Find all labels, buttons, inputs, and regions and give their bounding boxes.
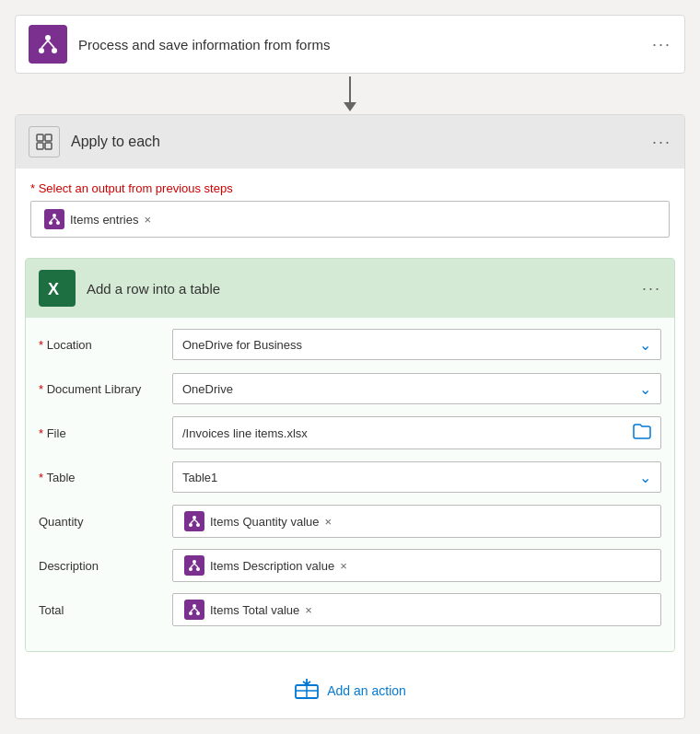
svg-line-3	[41, 41, 48, 48]
file-folder-icon	[633, 423, 651, 443]
arrow-connector	[15, 74, 685, 114]
add-action-label: Add an action	[327, 683, 406, 698]
svg-line-19	[194, 519, 198, 523]
trigger-dots-menu[interactable]: ···	[652, 35, 671, 54]
table-dropdown-arrow: ⌄	[639, 469, 651, 486]
field-row-total: Total Items Total value	[39, 592, 661, 627]
total-chip-icon	[184, 600, 204, 620]
svg-rect-7	[37, 143, 43, 149]
svg-point-17	[196, 523, 200, 527]
apply-to-each-card: Apply to each ··· * Select an output fro…	[15, 114, 685, 719]
select-output-section: * Select an output from previous steps I…	[16, 169, 684, 249]
file-value: /Invoices line items.xlsx	[182, 426, 633, 440]
quantity-chip-remove[interactable]: ×	[325, 515, 332, 529]
quantity-chip: Items Quantity value ×	[181, 509, 335, 533]
svg-line-23	[191, 564, 194, 567]
add-action-button[interactable]: Add an action	[294, 678, 406, 704]
svg-point-27	[196, 612, 200, 615]
svg-point-25	[192, 604, 196, 608]
field-input-file[interactable]: /Invoices line items.xlsx	[172, 416, 661, 449]
field-input-description[interactable]: Items Description value ×	[172, 549, 661, 582]
chip-remove[interactable]: ×	[144, 213, 151, 227]
total-chip: Items Total value ×	[181, 598, 316, 622]
description-chip-remove[interactable]: ×	[340, 559, 347, 573]
field-label-total: Total	[39, 603, 172, 617]
apply-to-each-dots[interactable]: ···	[652, 133, 671, 152]
chip-text: Items entries	[70, 213, 138, 227]
svg-text:X: X	[48, 280, 59, 298]
excel-icon: X	[39, 270, 76, 307]
svg-point-9	[52, 214, 56, 217]
field-row-description: Description Items Descripti	[39, 548, 661, 583]
svg-line-12	[51, 217, 54, 221]
field-input-location[interactable]: OneDrive for Business ⌄	[172, 329, 661, 360]
field-label-document-library: * Document Library	[39, 382, 172, 396]
field-label-description: Description	[39, 559, 172, 573]
apply-to-each-title: Apply to each	[71, 134, 652, 150]
svg-point-22	[196, 567, 200, 571]
svg-point-10	[49, 221, 52, 225]
chip-icon	[44, 209, 64, 229]
location-value: OneDrive for Business	[182, 338, 639, 352]
document-library-dropdown-arrow: ⌄	[639, 380, 651, 398]
svg-rect-6	[45, 134, 52, 141]
field-input-table[interactable]: Table1 ⌄	[172, 461, 661, 493]
action-card: X Add a row into a table ··· * Location …	[25, 258, 675, 652]
add-action-icon	[294, 678, 320, 704]
trigger-card: Process and save information from forms …	[15, 15, 685, 74]
field-input-quantity[interactable]: Items Quantity value ×	[172, 505, 661, 538]
svg-point-15	[192, 516, 196, 519]
trigger-icon	[29, 25, 67, 64]
action-dots[interactable]: ···	[642, 279, 661, 298]
quantity-chip-icon	[184, 511, 204, 531]
field-input-total[interactable]: Items Total value ×	[172, 593, 661, 626]
svg-line-29	[194, 608, 198, 612]
description-chip-icon	[184, 555, 204, 576]
svg-rect-8	[45, 143, 52, 149]
svg-point-20	[192, 560, 196, 564]
table-value: Table1	[182, 471, 639, 484]
trigger-title: Process and save information from forms	[78, 37, 652, 52]
apply-to-each-header: Apply to each ···	[16, 115, 684, 169]
select-output-label: * Select an output from previous steps	[30, 181, 670, 195]
field-label-table: * Table	[39, 471, 172, 484]
total-chip-text: Items Total value	[210, 603, 299, 617]
description-chip: Items Description value ×	[181, 553, 351, 577]
svg-point-11	[56, 221, 60, 225]
svg-point-2	[52, 48, 57, 53]
field-row-document-library: * Document Library OneDrive ⌄	[39, 371, 661, 406]
select-output-input[interactable]: Items entries ×	[30, 201, 670, 238]
field-row-location: * Location OneDrive for Business ⌄	[39, 327, 661, 362]
action-title: Add a row into a table	[87, 281, 642, 297]
field-row-table: * Table Table1 ⌄	[39, 460, 661, 495]
total-chip-remove[interactable]: ×	[305, 603, 312, 617]
svg-point-1	[39, 48, 44, 53]
svg-point-26	[189, 612, 192, 615]
action-header: X Add a row into a table ···	[26, 259, 674, 318]
items-entries-chip: Items entries ×	[41, 207, 155, 231]
field-label-quantity: Quantity	[39, 515, 172, 529]
field-row-quantity: Quantity Items Quantity val	[39, 504, 661, 539]
svg-rect-5	[37, 134, 43, 141]
field-label-location: * Location	[39, 338, 172, 352]
svg-point-16	[189, 523, 192, 527]
svg-line-24	[194, 564, 198, 567]
svg-line-13	[54, 217, 58, 221]
svg-line-28	[191, 608, 194, 612]
field-label-file: * File	[39, 426, 172, 440]
quantity-chip-text: Items Quantity value	[210, 515, 320, 529]
add-action-container: Add an action	[16, 652, 684, 718]
field-row-file: * File /Invoices line items.xlsx	[39, 415, 661, 450]
svg-point-21	[189, 567, 192, 571]
description-chip-text: Items Description value	[210, 559, 334, 573]
apply-icon	[29, 126, 60, 157]
svg-line-4	[48, 41, 54, 48]
field-input-document-library[interactable]: OneDrive ⌄	[172, 373, 661, 404]
action-form-body: * Location OneDrive for Business ⌄ * Doc…	[26, 318, 674, 651]
location-dropdown-arrow: ⌄	[639, 336, 651, 354]
svg-point-0	[45, 35, 51, 41]
svg-line-18	[191, 519, 194, 523]
document-library-value: OneDrive	[182, 382, 639, 396]
